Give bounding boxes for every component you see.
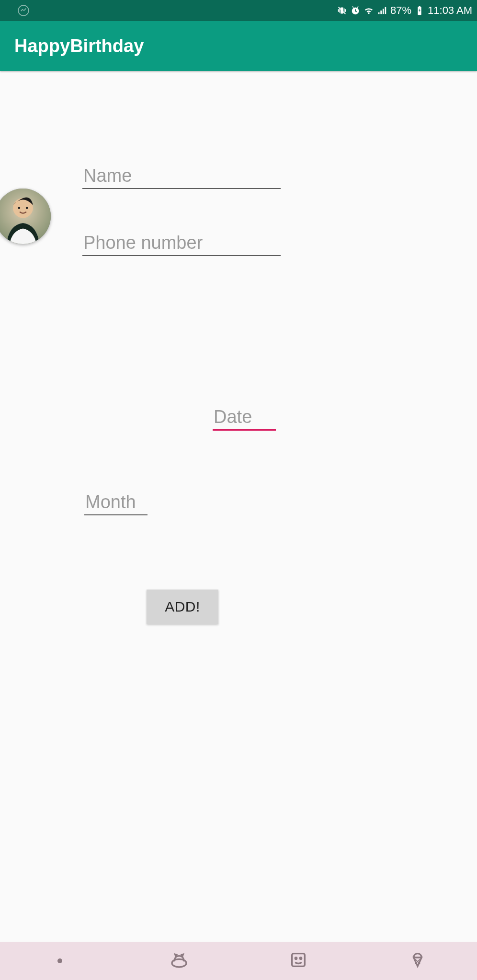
signal-icon: [377, 5, 387, 16]
svg-point-7: [18, 207, 21, 209]
add-button[interactable]: ADD!: [147, 590, 218, 624]
status-bar: 87% 11:03 AM: [0, 0, 477, 21]
messenger-icon: [17, 4, 30, 17]
name-input[interactable]: [82, 164, 281, 189]
svg-point-8: [26, 207, 28, 209]
svg-point-11: [295, 958, 296, 959]
app-bar: HappyBirthday: [0, 21, 477, 71]
month-input[interactable]: [84, 490, 148, 515]
smiley-frame-icon: [289, 950, 308, 971]
wifi-icon: [363, 5, 374, 16]
status-left: [5, 4, 30, 17]
svg-rect-10: [292, 954, 305, 967]
alarm-icon: [350, 5, 361, 16]
app-title: HappyBirthday: [14, 36, 144, 56]
battery-charging-icon: [414, 5, 425, 16]
cat-icon: [170, 950, 189, 971]
vibrate-mute-icon: [337, 5, 347, 16]
dot-icon: [57, 958, 62, 963]
date-input[interactable]: [213, 405, 276, 431]
clock-time: 11:03 AM: [428, 4, 472, 17]
nav-cat[interactable]: [119, 942, 238, 980]
svg-point-12: [300, 958, 301, 959]
svg-rect-4: [419, 6, 420, 7]
content-area: ADD!: [0, 71, 477, 942]
battery-percent: 87%: [390, 4, 411, 17]
nav-smiley[interactable]: [238, 942, 358, 980]
icecream-icon: [408, 950, 427, 971]
bottom-nav: [0, 942, 477, 980]
avatar[interactable]: [0, 189, 51, 244]
nav-dot[interactable]: [0, 942, 119, 980]
phone-input[interactable]: [82, 231, 281, 256]
nav-icecream[interactable]: [358, 942, 477, 980]
status-right: 87% 11:03 AM: [337, 4, 472, 17]
